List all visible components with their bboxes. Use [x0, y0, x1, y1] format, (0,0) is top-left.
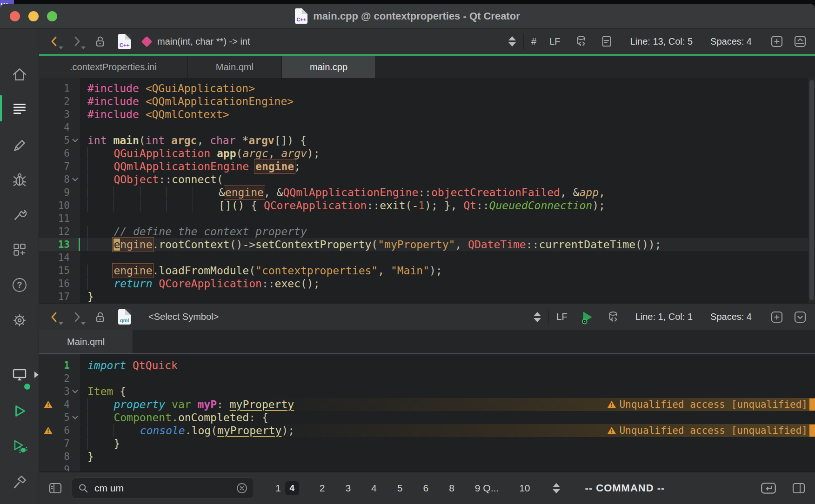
fold-chevron-icon[interactable] — [70, 411, 80, 424]
locator-search-box[interactable] — [72, 477, 254, 499]
code-line-14[interactable]: 14 — [39, 251, 815, 264]
zoom-window-button[interactable] — [47, 11, 57, 21]
code-line-7[interactable]: 7 QQmlApplicationEngine engine; — [39, 160, 815, 173]
output-pane-5[interactable]: 5 — [397, 483, 403, 494]
qml-preview-button[interactable] — [579, 309, 595, 325]
code-line-6[interactable]: !6 console.log(myProperty);!Unqualified … — [39, 424, 815, 437]
indentation-label-2[interactable]: Spaces: 4 — [710, 312, 752, 322]
debug-mode-button[interactable] — [12, 172, 27, 187]
code-line-4[interactable]: 4 — [39, 121, 815, 134]
output-pane-1[interactable]: 14 — [275, 481, 299, 495]
build-button[interactable] — [12, 474, 27, 490]
code-line-2[interactable]: 2 — [39, 372, 815, 385]
toggle-left-sidebar-button[interactable] — [47, 481, 63, 496]
output-pane-stepper[interactable] — [553, 483, 560, 493]
document-type-button-2[interactable]: qml — [118, 309, 131, 325]
code-line-1[interactable]: 1#include <QGuiApplication> — [39, 82, 815, 95]
code-line-3[interactable]: 3#include <QQmlContext> — [39, 108, 815, 121]
code-token — [87, 239, 114, 251]
code-line-9[interactable]: 9 — [39, 463, 815, 471]
split-editor-button-2[interactable] — [769, 310, 784, 325]
edit-mode-button[interactable] — [12, 100, 27, 116]
outline-document-button[interactable] — [600, 34, 614, 49]
warning-scroll-mark[interactable] — [809, 398, 815, 411]
code-line-3[interactable]: 3Item { — [39, 385, 815, 398]
file-lock-button[interactable] — [93, 34, 107, 49]
warning-scroll-mark[interactable] — [809, 424, 815, 437]
code-line-8[interactable]: 8 QObject::connect( — [39, 173, 815, 186]
kit-selector-button[interactable] — [12, 367, 27, 383]
code-line-16[interactable]: 16 return QCoreApplication::exec(); — [39, 277, 815, 290]
code-line-8[interactable]: 8} — [39, 450, 815, 463]
code-line-2[interactable]: 2#include <QQmlApplicationEngine> — [39, 95, 815, 108]
code-line-15[interactable]: 15 engine.loadFromModule("contextpropert… — [39, 264, 815, 277]
output-pane-3[interactable]: 3 — [345, 483, 351, 494]
line-number-toggle[interactable]: # — [531, 36, 536, 47]
output-pane-4[interactable]: 4 — [371, 483, 377, 494]
design-mode-button[interactable] — [12, 138, 27, 153]
minimize-window-button[interactable] — [28, 11, 39, 21]
line-ending-selector-2[interactable]: LF — [556, 312, 567, 322]
code-line-12[interactable]: 12 // define the context property — [39, 225, 815, 238]
document-type-button[interactable]: C++ — [118, 34, 131, 49]
code-line-5[interactable]: 5int main(int argc, char *argv[]) { — [39, 134, 815, 147]
search-input[interactable] — [94, 482, 236, 494]
code-line-5[interactable]: 5 Component.onCompleted: { — [39, 411, 815, 424]
command-entry-button[interactable] — [760, 481, 777, 495]
help-button[interactable]: ? — [12, 277, 27, 293]
code-line-7[interactable]: 7 } — [39, 437, 815, 450]
tab-main-qml-top[interactable]: Main.qml — [188, 56, 282, 78]
scrollbar[interactable] — [808, 78, 815, 303]
output-pane-9 Q...[interactable]: 9 Q... — [475, 483, 499, 494]
indentation-label[interactable]: Spaces: 4 — [710, 36, 752, 47]
go-forward-button[interactable] — [71, 35, 83, 47]
tab-main-cpp[interactable]: main.cpp — [282, 56, 376, 78]
code-line-17[interactable]: 17} — [39, 290, 815, 303]
language-server-button-2[interactable] — [606, 309, 621, 325]
code-line-6[interactable]: 6 QGuiApplication app(argc, argv); — [39, 147, 815, 160]
fold-chevron-icon[interactable] — [70, 134, 80, 147]
cursor-position-label-2[interactable]: Line: 1, Col: 1 — [635, 312, 693, 322]
language-server-button[interactable] — [574, 33, 588, 49]
split-editor-button[interactable] — [769, 34, 784, 49]
go-back-button[interactable] — [48, 35, 60, 47]
line-ending-selector[interactable]: LF — [549, 36, 560, 47]
code-line-1[interactable]: 1import QtQuick — [39, 359, 815, 372]
go-forward-button-2[interactable] — [71, 311, 83, 323]
debug-run-button[interactable] — [12, 438, 27, 454]
close-split-top-button[interactable] — [793, 34, 808, 49]
code-line-10[interactable]: 10 []() { QCoreApplication::exit(-1); },… — [39, 199, 815, 212]
fold-chevron-icon[interactable] — [70, 385, 80, 398]
scrollbar-thumb[interactable] — [809, 80, 814, 300]
clear-search-icon[interactable] — [236, 482, 248, 494]
tab-contextproperties-ini[interactable]: .contextProperties.ini — [39, 56, 188, 78]
output-pane-10[interactable]: 10 — [519, 483, 530, 494]
cursor-position-label[interactable]: Line: 13, Col: 5 — [630, 36, 693, 47]
symbol-sort-button-2[interactable] — [534, 312, 541, 322]
code-line-9[interactable]: 9 &engine, &QQmlApplicationEngine::objec… — [39, 186, 815, 199]
output-pane-8[interactable]: 8 — [449, 483, 454, 494]
symbol-selector-2[interactable]: <Select Symbol> — [148, 312, 219, 322]
projects-mode-button[interactable] — [12, 206, 27, 222]
tab-main-qml-bottom[interactable]: Main.qml — [39, 330, 133, 353]
run-button[interactable] — [12, 403, 27, 419]
output-pane-2[interactable]: 2 — [320, 483, 325, 494]
go-back-button-2[interactable] — [48, 311, 60, 323]
cpp-editor[interactable]: 1#include <QGuiApplication>2#include <QQ… — [39, 78, 815, 303]
preferences-button[interactable] — [12, 312, 27, 328]
file-lock-button-2[interactable] — [93, 310, 107, 325]
symbol-sort-button[interactable] — [508, 36, 516, 46]
welcome-mode-button[interactable] — [12, 66, 27, 82]
code-line-13[interactable]: 13 engine.rootContext()->setContextPrope… — [39, 238, 815, 251]
code-line-4[interactable]: !4 property var myP: myProperty!Unqualif… — [39, 398, 815, 411]
code-line-11[interactable]: 11 — [39, 212, 815, 225]
output-pane-6[interactable]: 6 — [423, 483, 428, 494]
fold-chevron-icon[interactable] — [70, 173, 80, 186]
qml-editor[interactable]: 1import QtQuick23Item {!4 property var m… — [39, 353, 815, 471]
close-window-button[interactable] — [10, 11, 20, 21]
extensions-mode-button[interactable] — [12, 242, 27, 258]
symbol-selector[interactable]: main(int, char **) -> int — [157, 36, 250, 47]
expand-arrow-icon[interactable] — [34, 371, 39, 378]
close-split-bottom-button[interactable] — [793, 310, 808, 325]
toggle-right-sidebar-button[interactable] — [791, 481, 807, 496]
